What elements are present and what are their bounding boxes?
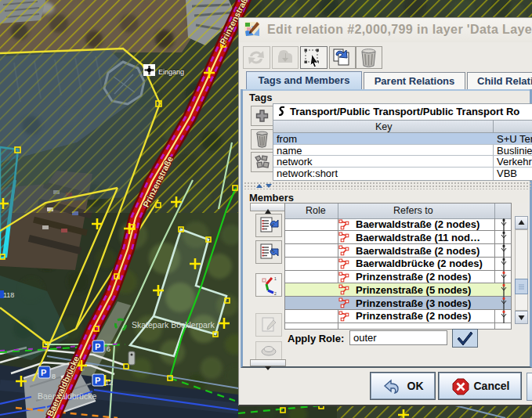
svg-text:P: P — [95, 376, 100, 385]
svg-text:6: 6 — [107, 345, 110, 353]
svg-text:2: 2 — [274, 291, 277, 296]
svg-text:P: P — [95, 342, 100, 351]
svg-text:P: P — [41, 368, 46, 377]
svg-text:1: 1 — [274, 276, 277, 281]
svg-text:Eingang: Eingang — [158, 68, 184, 76]
svg-text:12: 12 — [105, 379, 113, 387]
svg-text:Skatepark Böcklerpark: Skatepark Böcklerpark — [132, 320, 215, 330]
svg-text:Baerwaldbrücke: Baerwaldbrücke — [38, 391, 96, 401]
svg-text:8: 8 — [52, 373, 56, 380]
svg-text:118: 118 — [3, 291, 14, 299]
